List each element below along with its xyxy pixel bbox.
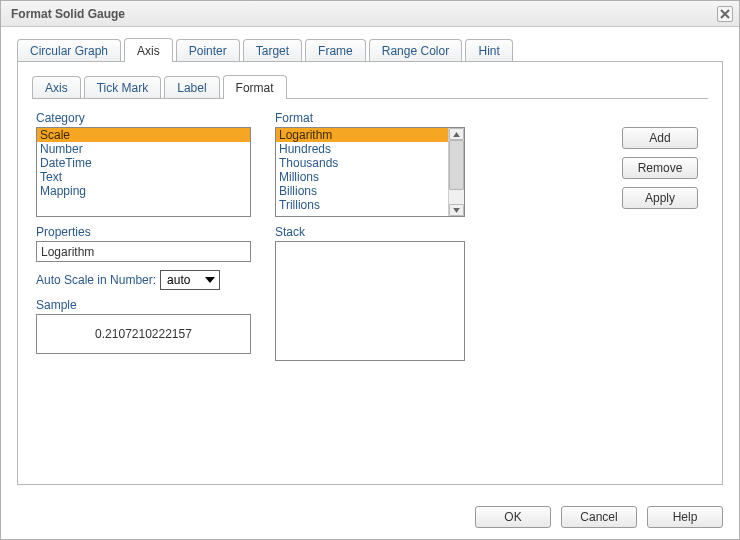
column-middle: Format LogarithmHundredsThousandsMillion… (275, 111, 465, 466)
sample-value: 0.2107210222157 (95, 327, 192, 341)
auto-scale-select[interactable]: auto (160, 270, 220, 290)
chevron-down-icon (453, 208, 460, 213)
format-item-thousands[interactable]: Thousands (276, 156, 448, 170)
stack-listbox[interactable] (275, 241, 465, 361)
tab-range-color[interactable]: Range Color (369, 39, 462, 61)
tab-hint[interactable]: Hint (465, 39, 513, 61)
tab-circular-graph[interactable]: Circular Graph (17, 39, 121, 61)
dialog-title: Format Solid Gauge (11, 7, 125, 21)
column-right: Add Remove Apply (489, 111, 704, 466)
format-tab-content: Category ScaleNumberDateTimeTextMapping … (32, 99, 708, 470)
category-item-text[interactable]: Text (37, 170, 250, 184)
format-item-trillions[interactable]: Trillions (276, 198, 448, 212)
category-item-scale[interactable]: Scale (37, 128, 250, 142)
stack-label: Stack (275, 225, 465, 239)
axis-sub-tab-row: AxisTick MarkLabelFormat (32, 74, 708, 99)
cancel-button[interactable]: Cancel (561, 506, 637, 528)
scroll-thumb[interactable] (449, 140, 464, 190)
ok-button[interactable]: OK (475, 506, 551, 528)
auto-scale-label: Auto Scale in Number: (36, 273, 156, 287)
main-tab-row: Circular GraphAxisPointerTargetFrameRang… (17, 37, 723, 62)
properties-input[interactable] (36, 241, 251, 262)
category-item-datetime[interactable]: DateTime (37, 156, 250, 170)
axis-tab-content: AxisTick MarkLabelFormat Category ScaleN… (17, 62, 723, 485)
subtab-tick-mark[interactable]: Tick Mark (84, 76, 162, 98)
subtab-label[interactable]: Label (164, 76, 219, 98)
category-listbox[interactable]: ScaleNumberDateTimeTextMapping (36, 127, 251, 217)
subtab-format[interactable]: Format (223, 75, 287, 99)
add-button[interactable]: Add (622, 127, 698, 149)
subtab-axis[interactable]: Axis (32, 76, 81, 98)
format-list-scrollbar[interactable] (448, 128, 464, 216)
chevron-up-icon (453, 132, 460, 137)
sample-box: 0.2107210222157 (36, 314, 251, 354)
column-left: Category ScaleNumberDateTimeTextMapping … (36, 111, 251, 466)
format-listbox[interactable]: LogarithmHundredsThousandsMillionsBillio… (275, 127, 465, 217)
titlebar: Format Solid Gauge (1, 1, 739, 27)
format-item-logarithm[interactable]: Logarithm (276, 128, 448, 142)
dialog: Format Solid Gauge Circular GraphAxisPoi… (0, 0, 740, 540)
dialog-body: Circular GraphAxisPointerTargetFrameRang… (1, 27, 739, 495)
auto-scale-value: auto (167, 273, 190, 287)
tab-pointer[interactable]: Pointer (176, 39, 240, 61)
category-item-number[interactable]: Number (37, 142, 250, 156)
format-item-billions[interactable]: Billions (276, 184, 448, 198)
close-icon (720, 9, 730, 19)
properties-label: Properties (36, 225, 251, 239)
format-item-hundreds[interactable]: Hundreds (276, 142, 448, 156)
tab-target[interactable]: Target (243, 39, 302, 61)
apply-button[interactable]: Apply (622, 187, 698, 209)
scroll-up-button[interactable] (449, 128, 464, 140)
sample-label: Sample (36, 298, 251, 312)
category-item-mapping[interactable]: Mapping (37, 184, 250, 198)
tab-axis[interactable]: Axis (124, 38, 173, 62)
remove-button[interactable]: Remove (622, 157, 698, 179)
close-button[interactable] (717, 6, 733, 22)
dialog-footer: OK Cancel Help (1, 495, 739, 539)
scroll-track[interactable] (449, 140, 464, 204)
category-label: Category (36, 111, 251, 125)
format-item-millions[interactable]: Millions (276, 170, 448, 184)
format-label: Format (275, 111, 465, 125)
help-button[interactable]: Help (647, 506, 723, 528)
scroll-down-button[interactable] (449, 204, 464, 216)
tab-frame[interactable]: Frame (305, 39, 366, 61)
